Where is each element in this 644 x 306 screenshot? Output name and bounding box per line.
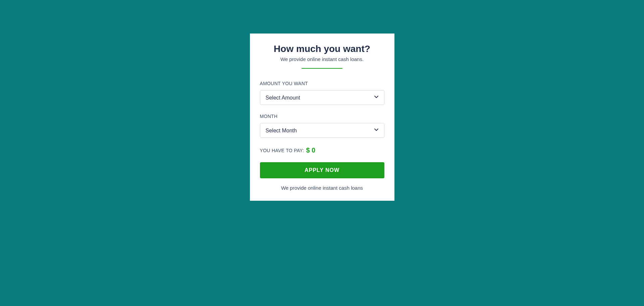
month-label: MONTH	[260, 114, 384, 119]
amount-label: AMOUNT YOU WANT	[260, 81, 384, 86]
month-select-wrapper: Select Month	[260, 123, 384, 138]
amount-select[interactable]: Select Amount	[260, 90, 384, 105]
month-select[interactable]: Select Month	[260, 123, 384, 138]
divider	[302, 68, 342, 69]
amount-select-wrapper: Select Amount	[260, 90, 384, 105]
pay-label: YOU HAVE TO PAY:	[260, 148, 304, 153]
pay-value: $ 0	[306, 146, 315, 154]
loan-card: How much you want? We provide online ins…	[250, 34, 394, 201]
card-title: How much you want?	[260, 44, 384, 54]
apply-button[interactable]: APPLY NOW	[260, 162, 384, 178]
card-subtitle: We provide online instant cash loans.	[260, 56, 384, 62]
card-footer: We provide online instant cash loans	[260, 185, 384, 191]
pay-row: YOU HAVE TO PAY: $ 0	[260, 146, 384, 154]
